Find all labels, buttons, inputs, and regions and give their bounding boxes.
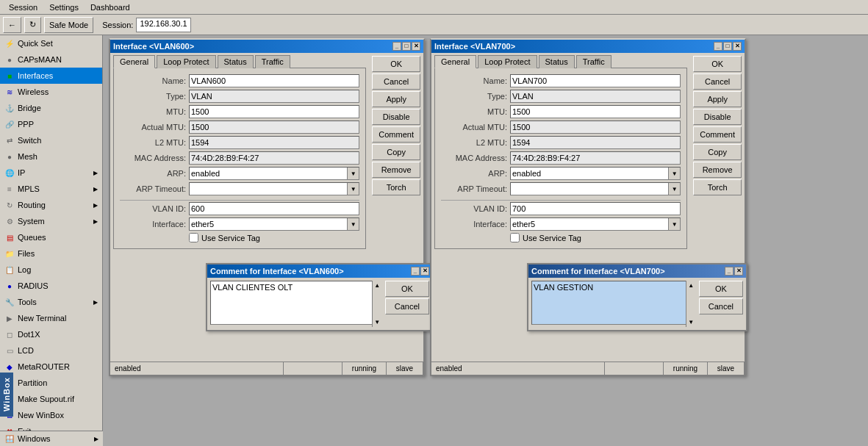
sidebar-item-metarouter[interactable]: ◆ MetaROUTER	[0, 359, 102, 375]
comment-vlan700-scroll-down[interactable]: ▼	[688, 319, 694, 325]
vlan600-cancel-button[interactable]: Cancel	[372, 73, 420, 90]
comment-vlan600-textarea[interactable]: VLAN CLIENTES OLT	[210, 281, 382, 325]
vlan600-name-input[interactable]	[189, 74, 359, 87]
vlan700-arp-select[interactable]: enabled ▼	[510, 167, 681, 180]
comment-vlan600-scroll-up[interactable]: ▲	[374, 282, 380, 289]
vlan700-ok-button[interactable]: OK	[693, 56, 742, 72]
vlan700-copy-button[interactable]: Copy	[693, 144, 742, 160]
vlan700-tab-general[interactable]: General	[434, 55, 476, 68]
comment-vlan600-ok-btn[interactable]: OK	[385, 281, 429, 297]
sidebar-item-tools[interactable]: 🔧 Tools ▶	[0, 294, 102, 310]
vlan600-close-btn[interactable]: ✕	[412, 42, 420, 51]
menu-dashboard[interactable]: Dashboard	[85, 1, 136, 13]
safe-mode-button[interactable]: Safe Mode	[44, 17, 93, 33]
vlan700-minimize-btn[interactable]: _	[714, 42, 722, 51]
comment-vlan700-scrollbar[interactable]: ▲ ▼	[686, 281, 696, 327]
vlan600-torch-button[interactable]: Torch	[372, 179, 420, 195]
sidebar-item-new-winbox[interactable]: 🖥 New WinBox	[0, 407, 102, 423]
vlan700-tab-traffic[interactable]: Traffic	[576, 55, 611, 68]
vlan700-arp-timeout-select[interactable]: ▼	[510, 182, 681, 195]
vlan600-copy-button[interactable]: Copy	[372, 144, 420, 160]
comment-vlan600-cancel-btn[interactable]: Cancel	[385, 298, 429, 314]
comment-vlan600-close-btn[interactable]: ✕	[420, 267, 429, 276]
vlan600-arp-arrow[interactable]: ▼	[347, 168, 359, 179]
sidebar-item-routing[interactable]: ↻ Routing ▶	[0, 197, 102, 213]
vlan700-interface-arrow[interactable]: ▼	[668, 218, 680, 230]
sidebar-item-windows[interactable]: 🪟 Windows ▶	[0, 431, 103, 446]
sidebar-item-dot1x[interactable]: ◻ Dot1X	[0, 326, 102, 342]
vlan700-close-btn[interactable]: ✕	[733, 42, 742, 51]
vlan600-tab-general[interactable]: General	[113, 55, 155, 68]
sidebar-item-system[interactable]: ⚙ System ▶	[0, 213, 102, 229]
menu-settings[interactable]: Settings	[43, 1, 85, 13]
comment-vlan700-ok-btn[interactable]: OK	[699, 281, 743, 297]
vlan700-arp-timeout-row: ARP Timeout: ▼	[441, 182, 681, 195]
sidebar-item-interfaces[interactable]: ■ Interfaces	[0, 68, 102, 84]
sidebar-item-radius[interactable]: ● RADIUS	[0, 278, 102, 294]
comment-vlan700-textarea[interactable]: VLAN GESTION	[531, 281, 696, 325]
vlan700-arp-arrow[interactable]: ▼	[668, 168, 680, 179]
sidebar-item-quick-set[interactable]: ⚡ Quick Set	[0, 35, 102, 51]
vlan600-remove-button[interactable]: Remove	[372, 162, 420, 178]
vlan700-arp-timeout-arrow[interactable]: ▼	[668, 183, 680, 195]
sidebar-item-ip[interactable]: 🌐 IP ▶	[0, 165, 102, 181]
comment-vlan700-minimize-btn[interactable]: _	[725, 267, 734, 276]
vlan600-vlanid-input[interactable]	[189, 202, 359, 215]
sidebar-item-mesh[interactable]: ● Mesh	[0, 148, 102, 165]
sidebar-item-switch[interactable]: ⇄ Switch	[0, 132, 102, 148]
sidebar-item-queues[interactable]: ▤ Queues	[0, 229, 102, 245]
sidebar-item-capsman[interactable]: ● CAPsMAAN	[0, 51, 102, 68]
vlan700-apply-button[interactable]: Apply	[693, 91, 742, 107]
vlan600-arp-select[interactable]: enabled ▼	[189, 167, 359, 180]
vlan700-service-tag-label[interactable]: Use Service Tag	[523, 234, 581, 242]
vlan600-tab-status[interactable]: Status	[218, 55, 254, 68]
vlan600-disable-button[interactable]: Disable	[372, 109, 420, 125]
vlan600-tab-traffic[interactable]: Traffic	[255, 55, 290, 68]
back-button[interactable]: ←	[3, 17, 21, 33]
vlan700-interface-select[interactable]: ether5 ▼	[510, 217, 681, 231]
vlan700-comment-button[interactable]: Comment	[693, 126, 742, 143]
vlan700-disable-button[interactable]: Disable	[693, 109, 742, 125]
sidebar-item-mpls[interactable]: ≡ MPLS ▶	[0, 181, 102, 197]
menu-session[interactable]: Session	[3, 1, 43, 13]
comment-vlan600-scroll-down[interactable]: ▼	[374, 319, 380, 325]
vlan600-minimize-btn[interactable]: _	[392, 42, 401, 51]
sidebar-item-ppp[interactable]: 🔗 PPP	[0, 116, 102, 132]
comment-vlan700-close-btn[interactable]: ✕	[734, 267, 743, 276]
comment-vlan600-minimize-btn[interactable]: _	[411, 267, 420, 276]
vlan700-tab-status[interactable]: Status	[539, 55, 575, 68]
refresh-button[interactable]: ↻	[24, 17, 41, 33]
vlan600-interface-arrow[interactable]: ▼	[347, 218, 359, 230]
vlan700-torch-button[interactable]: Torch	[693, 179, 742, 195]
vlan600-arp-timeout-select[interactable]: ▼	[189, 182, 359, 195]
vlan600-maximize-btn[interactable]: □	[402, 42, 411, 51]
vlan700-service-tag-checkbox[interactable]	[510, 233, 520, 242]
vlan600-service-tag-checkbox[interactable]	[189, 233, 198, 242]
sidebar-item-log[interactable]: 📋 Log	[0, 262, 102, 278]
vlan600-apply-button[interactable]: Apply	[372, 91, 420, 107]
vlan600-tab-loop-protect[interactable]: Loop Protect	[157, 55, 215, 68]
comment-vlan700-cancel-btn[interactable]: Cancel	[699, 298, 743, 314]
vlan600-service-tag-label[interactable]: Use Service Tag	[201, 234, 260, 242]
vlan700-name-input[interactable]	[510, 74, 681, 87]
vlan700-mtu-input[interactable]	[510, 105, 681, 118]
sidebar-item-make-supout[interactable]: ▲ Make Supout.rif	[0, 391, 102, 407]
comment-vlan600-scrollbar[interactable]: ▲ ▼	[372, 281, 382, 327]
sidebar-item-wireless[interactable]: ≋ Wireless	[0, 84, 102, 100]
sidebar-item-partition[interactable]: ▪ Partition	[0, 375, 102, 391]
vlan600-interface-select[interactable]: ether5 ▼	[189, 217, 359, 231]
vlan700-remove-button[interactable]: Remove	[693, 162, 742, 178]
sidebar-item-files[interactable]: 📁 Files	[0, 245, 102, 262]
vlan700-tab-loop-protect[interactable]: Loop Protect	[478, 55, 537, 68]
comment-vlan700-scroll-up[interactable]: ▲	[688, 282, 694, 289]
vlan600-comment-button[interactable]: Comment	[372, 126, 420, 143]
vlan700-cancel-button[interactable]: Cancel	[693, 73, 742, 90]
sidebar-item-bridge[interactable]: ⚓ Bridge	[0, 100, 102, 116]
sidebar-item-lcd[interactable]: ▭ LCD	[0, 342, 102, 359]
sidebar-item-new-terminal[interactable]: ▶ New Terminal	[0, 310, 102, 326]
vlan700-vlanid-input[interactable]	[510, 202, 681, 215]
vlan600-arp-timeout-arrow[interactable]: ▼	[347, 183, 359, 195]
vlan600-ok-button[interactable]: OK	[372, 56, 420, 72]
vlan600-mtu-input[interactable]	[189, 105, 359, 118]
vlan700-maximize-btn[interactable]: □	[723, 42, 732, 51]
